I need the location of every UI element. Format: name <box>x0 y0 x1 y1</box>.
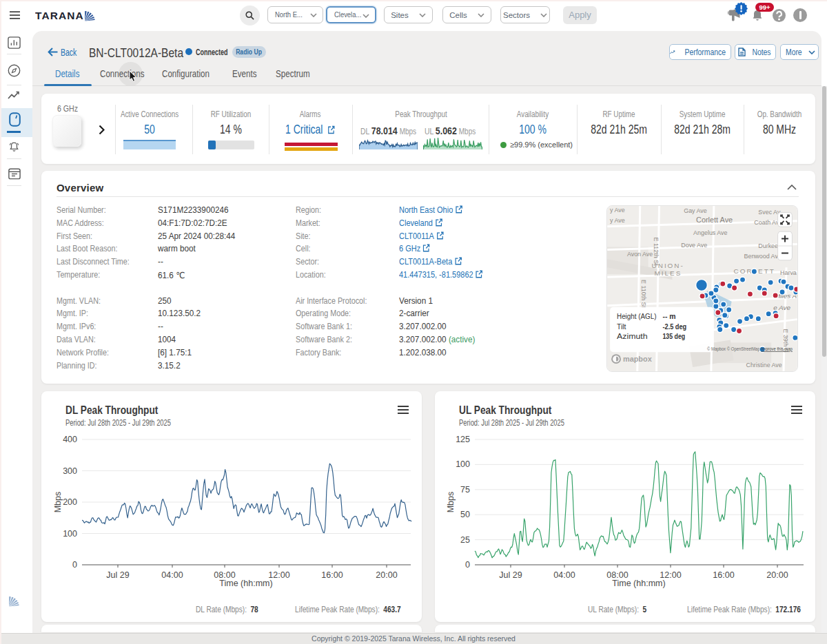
svg-text:Tilt: Tilt <box>617 323 626 331</box>
svg-text:Angelus Ave: Angelus Ave <box>693 229 727 236</box>
svg-text:16:00: 16:00 <box>713 570 734 580</box>
svg-text:75: 75 <box>460 485 470 495</box>
svg-text:Gay Ave: Gay Ave <box>684 207 707 214</box>
svg-text:mapbox: mapbox <box>623 355 652 363</box>
svg-text:04:00: 04:00 <box>553 570 575 580</box>
svg-text:-- m: -- m <box>662 313 675 320</box>
svg-text:Harva: Harva <box>780 269 797 276</box>
svg-text:0: 0 <box>465 560 470 570</box>
svg-text:Svec Av: Svec Av <box>758 209 781 216</box>
svg-text:125: 125 <box>456 435 470 444</box>
svg-text:y Ave: y Ave <box>610 217 625 224</box>
svg-text:E 112th St: E 112th St <box>653 238 660 266</box>
svg-text:20:00: 20:00 <box>376 570 397 580</box>
svg-text:100: 100 <box>63 529 77 539</box>
svg-text:Height (AGL): Height (AGL) <box>617 313 657 320</box>
svg-text:-2.5 deg: -2.5 deg <box>662 323 686 331</box>
svg-text:20:00: 20:00 <box>766 570 788 580</box>
svg-text:50: 50 <box>460 510 470 519</box>
svg-text:25: 25 <box>460 535 470 545</box>
svg-text:0: 0 <box>72 560 77 570</box>
svg-text:MILES: MILES <box>655 269 682 277</box>
svg-text:Time (hh:mm): Time (hh:mm) <box>612 579 665 588</box>
svg-text:04:00: 04:00 <box>161 570 183 580</box>
svg-text:400: 400 <box>63 435 77 444</box>
svg-text:16:00: 16:00 <box>321 570 343 580</box>
svg-text:300: 300 <box>63 466 77 476</box>
svg-text:Coath Av: Coath Av <box>754 219 779 226</box>
svg-text:Mbps: Mbps <box>53 492 63 513</box>
svg-text:100: 100 <box>456 459 470 469</box>
svg-text:Jul 29: Jul 29 <box>499 570 522 580</box>
svg-text:135 deg: 135 deg <box>662 333 685 340</box>
svg-text:200: 200 <box>63 497 77 507</box>
svg-text:Dove Ave: Dove Ave <box>681 242 707 249</box>
svg-text:y Ave: y Ave <box>610 207 625 214</box>
svg-text:Azimuth: Azimuth <box>617 333 648 340</box>
svg-text:Mbps: Mbps <box>446 492 456 513</box>
svg-text:Christine Ave: Christine Ave <box>746 362 782 368</box>
svg-text:Corlett Ave: Corlett Ave <box>696 216 733 224</box>
svg-text:Jul 29: Jul 29 <box>106 570 129 580</box>
svg-text:© Mapbox © OpenStreetMap Impro: © Mapbox © OpenStreetMap Improve this ma… <box>707 346 793 352</box>
svg-text:Avon Ave: Avon Ave <box>627 251 653 258</box>
svg-text:E 110th St: E 110th St <box>640 280 647 308</box>
svg-text:Time (hh:mm): Time (hh:mm) <box>219 579 272 588</box>
svg-text:TARANA: TARANA <box>35 10 84 21</box>
svg-text:Benwood Ave: Benwood Ave <box>744 253 781 260</box>
